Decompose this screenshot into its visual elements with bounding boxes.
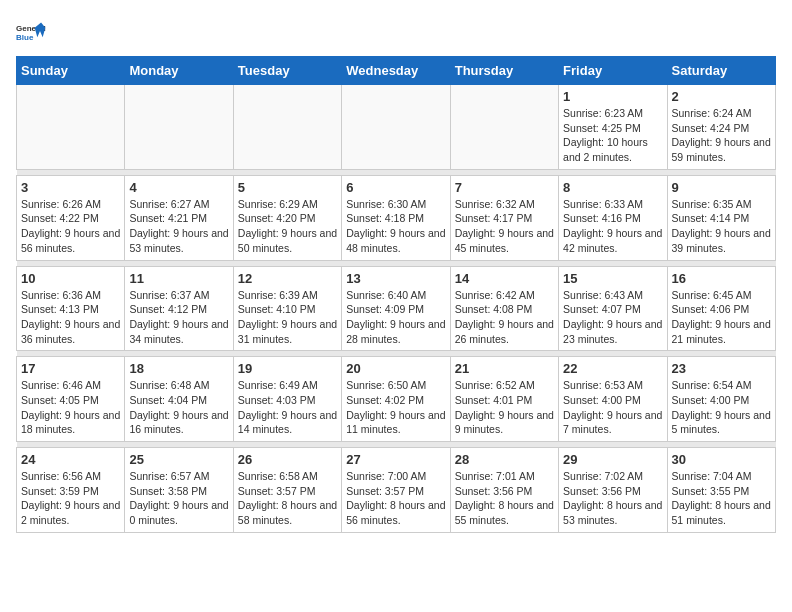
- day-info: Sunrise: 6:39 AMSunset: 4:10 PMDaylight:…: [238, 288, 337, 347]
- day-info: Sunrise: 6:36 AMSunset: 4:13 PMDaylight:…: [21, 288, 120, 347]
- day-number: 13: [346, 271, 445, 286]
- calendar-cell: 8Sunrise: 6:33 AMSunset: 4:16 PMDaylight…: [559, 175, 667, 260]
- calendar-cell: 9Sunrise: 6:35 AMSunset: 4:14 PMDaylight…: [667, 175, 775, 260]
- page-header: General Blue: [16, 16, 776, 48]
- day-info: Sunrise: 6:27 AMSunset: 4:21 PMDaylight:…: [129, 197, 228, 256]
- day-info: Sunrise: 6:45 AMSunset: 4:06 PMDaylight:…: [672, 288, 771, 347]
- calendar-week-5: 24Sunrise: 6:56 AMSunset: 3:59 PMDayligh…: [17, 448, 776, 533]
- calendar-cell: [450, 85, 558, 170]
- day-number: 21: [455, 361, 554, 376]
- calendar-cell: 28Sunrise: 7:01 AMSunset: 3:56 PMDayligh…: [450, 448, 558, 533]
- day-number: 1: [563, 89, 662, 104]
- day-number: 6: [346, 180, 445, 195]
- calendar-week-3: 10Sunrise: 6:36 AMSunset: 4:13 PMDayligh…: [17, 266, 776, 351]
- day-number: 7: [455, 180, 554, 195]
- day-header-wednesday: Wednesday: [342, 57, 450, 85]
- day-number: 12: [238, 271, 337, 286]
- day-number: 18: [129, 361, 228, 376]
- day-info: Sunrise: 6:26 AMSunset: 4:22 PMDaylight:…: [21, 197, 120, 256]
- svg-text:Blue: Blue: [16, 33, 34, 42]
- day-number: 11: [129, 271, 228, 286]
- day-info: Sunrise: 6:30 AMSunset: 4:18 PMDaylight:…: [346, 197, 445, 256]
- calendar-body: 1Sunrise: 6:23 AMSunset: 4:25 PMDaylight…: [17, 85, 776, 533]
- calendar-cell: 7Sunrise: 6:32 AMSunset: 4:17 PMDaylight…: [450, 175, 558, 260]
- day-number: 27: [346, 452, 445, 467]
- logo: General Blue: [16, 16, 52, 48]
- calendar-header-row: SundayMondayTuesdayWednesdayThursdayFrid…: [17, 57, 776, 85]
- day-info: Sunrise: 6:48 AMSunset: 4:04 PMDaylight:…: [129, 378, 228, 437]
- calendar-cell: 25Sunrise: 6:57 AMSunset: 3:58 PMDayligh…: [125, 448, 233, 533]
- calendar-cell: 19Sunrise: 6:49 AMSunset: 4:03 PMDayligh…: [233, 357, 341, 442]
- day-info: Sunrise: 6:35 AMSunset: 4:14 PMDaylight:…: [672, 197, 771, 256]
- day-number: 2: [672, 89, 771, 104]
- day-header-tuesday: Tuesday: [233, 57, 341, 85]
- day-number: 4: [129, 180, 228, 195]
- calendar-cell: 1Sunrise: 6:23 AMSunset: 4:25 PMDaylight…: [559, 85, 667, 170]
- day-number: 22: [563, 361, 662, 376]
- day-number: 16: [672, 271, 771, 286]
- day-header-sunday: Sunday: [17, 57, 125, 85]
- calendar-cell: 11Sunrise: 6:37 AMSunset: 4:12 PMDayligh…: [125, 266, 233, 351]
- calendar-cell: 4Sunrise: 6:27 AMSunset: 4:21 PMDaylight…: [125, 175, 233, 260]
- calendar-cell: 2Sunrise: 6:24 AMSunset: 4:24 PMDaylight…: [667, 85, 775, 170]
- day-info: Sunrise: 6:57 AMSunset: 3:58 PMDaylight:…: [129, 469, 228, 528]
- calendar-cell: 24Sunrise: 6:56 AMSunset: 3:59 PMDayligh…: [17, 448, 125, 533]
- day-number: 15: [563, 271, 662, 286]
- day-info: Sunrise: 6:42 AMSunset: 4:08 PMDaylight:…: [455, 288, 554, 347]
- calendar-cell: 12Sunrise: 6:39 AMSunset: 4:10 PMDayligh…: [233, 266, 341, 351]
- calendar-cell: 30Sunrise: 7:04 AMSunset: 3:55 PMDayligh…: [667, 448, 775, 533]
- day-info: Sunrise: 6:49 AMSunset: 4:03 PMDaylight:…: [238, 378, 337, 437]
- calendar-cell: 20Sunrise: 6:50 AMSunset: 4:02 PMDayligh…: [342, 357, 450, 442]
- day-header-saturday: Saturday: [667, 57, 775, 85]
- day-info: Sunrise: 6:33 AMSunset: 4:16 PMDaylight:…: [563, 197, 662, 256]
- calendar-cell: 15Sunrise: 6:43 AMSunset: 4:07 PMDayligh…: [559, 266, 667, 351]
- calendar-cell: 27Sunrise: 7:00 AMSunset: 3:57 PMDayligh…: [342, 448, 450, 533]
- day-info: Sunrise: 6:24 AMSunset: 4:24 PMDaylight:…: [672, 106, 771, 165]
- calendar-cell: [342, 85, 450, 170]
- day-number: 3: [21, 180, 120, 195]
- day-header-monday: Monday: [125, 57, 233, 85]
- day-info: Sunrise: 6:54 AMSunset: 4:00 PMDaylight:…: [672, 378, 771, 437]
- calendar-cell: 16Sunrise: 6:45 AMSunset: 4:06 PMDayligh…: [667, 266, 775, 351]
- day-info: Sunrise: 6:46 AMSunset: 4:05 PMDaylight:…: [21, 378, 120, 437]
- calendar-cell: 21Sunrise: 6:52 AMSunset: 4:01 PMDayligh…: [450, 357, 558, 442]
- logo-icon: General Blue: [16, 16, 48, 48]
- calendar-cell: 3Sunrise: 6:26 AMSunset: 4:22 PMDaylight…: [17, 175, 125, 260]
- day-number: 26: [238, 452, 337, 467]
- day-header-thursday: Thursday: [450, 57, 558, 85]
- day-info: Sunrise: 7:02 AMSunset: 3:56 PMDaylight:…: [563, 469, 662, 528]
- day-header-friday: Friday: [559, 57, 667, 85]
- day-number: 28: [455, 452, 554, 467]
- calendar-cell: 10Sunrise: 6:36 AMSunset: 4:13 PMDayligh…: [17, 266, 125, 351]
- calendar-cell: [125, 85, 233, 170]
- calendar-cell: 14Sunrise: 6:42 AMSunset: 4:08 PMDayligh…: [450, 266, 558, 351]
- day-info: Sunrise: 6:32 AMSunset: 4:17 PMDaylight:…: [455, 197, 554, 256]
- day-number: 9: [672, 180, 771, 195]
- day-info: Sunrise: 6:43 AMSunset: 4:07 PMDaylight:…: [563, 288, 662, 347]
- calendar-cell: 23Sunrise: 6:54 AMSunset: 4:00 PMDayligh…: [667, 357, 775, 442]
- day-number: 25: [129, 452, 228, 467]
- day-number: 19: [238, 361, 337, 376]
- day-info: Sunrise: 6:37 AMSunset: 4:12 PMDaylight:…: [129, 288, 228, 347]
- day-info: Sunrise: 6:52 AMSunset: 4:01 PMDaylight:…: [455, 378, 554, 437]
- day-info: Sunrise: 6:56 AMSunset: 3:59 PMDaylight:…: [21, 469, 120, 528]
- calendar-week-1: 1Sunrise: 6:23 AMSunset: 4:25 PMDaylight…: [17, 85, 776, 170]
- day-number: 30: [672, 452, 771, 467]
- calendar-week-4: 17Sunrise: 6:46 AMSunset: 4:05 PMDayligh…: [17, 357, 776, 442]
- day-info: Sunrise: 6:23 AMSunset: 4:25 PMDaylight:…: [563, 106, 662, 165]
- calendar-cell: 5Sunrise: 6:29 AMSunset: 4:20 PMDaylight…: [233, 175, 341, 260]
- day-number: 14: [455, 271, 554, 286]
- day-info: Sunrise: 6:40 AMSunset: 4:09 PMDaylight:…: [346, 288, 445, 347]
- day-info: Sunrise: 7:04 AMSunset: 3:55 PMDaylight:…: [672, 469, 771, 528]
- calendar-cell: 17Sunrise: 6:46 AMSunset: 4:05 PMDayligh…: [17, 357, 125, 442]
- calendar-table: SundayMondayTuesdayWednesdayThursdayFrid…: [16, 56, 776, 533]
- calendar-cell: 29Sunrise: 7:02 AMSunset: 3:56 PMDayligh…: [559, 448, 667, 533]
- day-number: 5: [238, 180, 337, 195]
- day-number: 29: [563, 452, 662, 467]
- calendar-cell: 18Sunrise: 6:48 AMSunset: 4:04 PMDayligh…: [125, 357, 233, 442]
- calendar-cell: [17, 85, 125, 170]
- calendar-cell: [233, 85, 341, 170]
- day-number: 8: [563, 180, 662, 195]
- day-number: 17: [21, 361, 120, 376]
- day-info: Sunrise: 6:50 AMSunset: 4:02 PMDaylight:…: [346, 378, 445, 437]
